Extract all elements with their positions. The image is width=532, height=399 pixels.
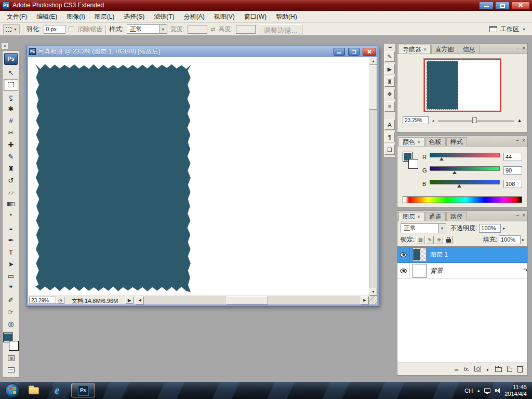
menu-select[interactable]: 选择(S) xyxy=(119,11,149,23)
vertical-scroll-track[interactable] xyxy=(369,65,377,288)
toolbox-collapse-handle[interactable]: » xyxy=(1,43,9,49)
tab-styles[interactable]: 样式 xyxy=(446,137,467,146)
background-color-swatch[interactable] xyxy=(408,159,418,169)
language-indicator[interactable]: CH xyxy=(464,388,473,394)
menu-edit[interactable]: 编辑(E) xyxy=(32,11,62,23)
expand-dock-button[interactable]: ◂◂ xyxy=(388,45,391,49)
zoom-field[interactable]: 23.29% xyxy=(29,297,56,304)
photoshop-taskbar-button[interactable]: Ps xyxy=(71,383,95,397)
swap-dimensions-icon[interactable]: ⇄ xyxy=(210,26,215,33)
move-tool[interactable]: ↖ xyxy=(4,67,18,79)
channel-slider-thumb[interactable] xyxy=(457,184,461,188)
style-dropdown[interactable]: 正常 ▼ xyxy=(127,24,167,34)
visibility-toggle[interactable] xyxy=(397,247,410,262)
photo-image[interactable] xyxy=(35,63,191,292)
network-icon[interactable] xyxy=(484,388,490,393)
panel-minimize-button[interactable]: − xyxy=(516,138,519,143)
gradient-tool[interactable] xyxy=(4,198,18,210)
maximize-button[interactable] xyxy=(495,2,510,9)
blend-mode-dropdown[interactable]: 正常 ▼ xyxy=(401,223,446,233)
lock-pixels-button[interactable]: ✎ xyxy=(425,236,434,244)
minimize-button[interactable] xyxy=(479,2,494,9)
notes-tool[interactable]: ❞ xyxy=(4,282,18,294)
scroll-right-button[interactable]: ▶ xyxy=(361,296,369,304)
screen-mode-button[interactable] xyxy=(4,364,18,376)
zoom-slider-thumb[interactable] xyxy=(472,117,477,123)
opacity-slider-icon[interactable]: ▸ xyxy=(503,226,505,231)
horizontal-scroll-track[interactable] xyxy=(144,296,361,304)
status-clock-button[interactable]: ◷ xyxy=(56,297,64,304)
navigator-zoom-field[interactable]: 23.29% xyxy=(403,116,429,124)
layer-name[interactable]: 背景 xyxy=(430,267,523,275)
scroll-up-button[interactable]: ▲ xyxy=(369,57,377,65)
tab-navigator[interactable]: 导航器× xyxy=(398,45,431,54)
paragraph-palette-button[interactable]: ¶ xyxy=(384,132,395,142)
tab-channels[interactable]: 通道 xyxy=(425,212,446,221)
doc-close-button[interactable] xyxy=(363,48,376,56)
tab-layers[interactable]: 图层× xyxy=(398,212,424,221)
channel-value-field[interactable]: 108 xyxy=(503,180,522,188)
layer-group-icon[interactable] xyxy=(495,366,502,373)
layer-thumbnail[interactable] xyxy=(413,248,427,262)
tab-close-icon[interactable]: × xyxy=(423,47,427,52)
lock-transparent-button[interactable]: ▨ xyxy=(416,236,424,244)
explorer-taskbar-button[interactable] xyxy=(24,383,43,397)
channel-value-field[interactable]: 44 xyxy=(503,153,522,161)
menu-window[interactable]: 窗口(W) xyxy=(240,11,271,23)
clone-stamp-tool[interactable]: ♜ xyxy=(4,163,18,175)
tab-close-icon[interactable]: × xyxy=(417,139,420,145)
character-palette-button[interactable]: A xyxy=(384,119,395,130)
navigator-viewbox[interactable] xyxy=(424,59,501,112)
styles-palette-button[interactable]: ❖ xyxy=(384,89,395,99)
menu-analysis[interactable]: 分析(A) xyxy=(179,11,209,23)
width-input[interactable] xyxy=(188,25,207,34)
layer-row[interactable]: 图层 1 xyxy=(397,247,527,263)
history-brush-tool[interactable]: ↺ xyxy=(4,175,18,187)
layer-comps-palette-button[interactable]: ❏ xyxy=(384,144,395,155)
channel-slider-b[interactable] xyxy=(430,177,500,191)
palette-well-icon[interactable] xyxy=(489,26,497,32)
healing-brush-tool[interactable]: ✚ xyxy=(4,139,18,151)
vertical-scrollbar[interactable]: ▲ ▼ xyxy=(369,57,377,296)
horizontal-scrollbar[interactable]: ◀ ▶ xyxy=(136,296,377,304)
start-button[interactable] xyxy=(5,383,20,398)
navigator-preview[interactable] xyxy=(423,58,501,112)
document-titlebar[interactable]: Ps 写真相册 @ 23.3% (图层 1, RGB/8) [缩放后] xyxy=(28,46,377,57)
slice-tool[interactable]: ✂ xyxy=(4,127,18,139)
layer-thumbnail[interactable] xyxy=(413,264,427,278)
new-layer-icon[interactable] xyxy=(507,366,512,373)
pen-tool[interactable]: ✒ xyxy=(4,234,18,246)
channel-slider-g[interactable] xyxy=(430,164,500,177)
fill-slider-icon[interactable]: ▸ xyxy=(522,237,524,242)
visibility-toggle[interactable] xyxy=(397,263,410,278)
menu-help[interactable]: 帮助(H) xyxy=(271,11,302,23)
channel-slider-thumb[interactable] xyxy=(453,171,457,174)
navigator-zoom-slider[interactable] xyxy=(438,117,514,124)
brush-tool[interactable]: ✎ xyxy=(4,151,18,163)
shape-tool[interactable]: ▭ xyxy=(4,270,18,282)
menu-file[interactable]: 文件(F) xyxy=(2,11,32,23)
channel-slider-thumb[interactable] xyxy=(440,157,444,161)
menu-image[interactable]: 图像(I) xyxy=(62,11,89,23)
quick-mask-button[interactable] xyxy=(4,352,18,364)
clone-source-palette-button[interactable]: ♜ xyxy=(384,76,395,87)
tool-preset-picker[interactable]: ▼ xyxy=(3,24,20,34)
delete-layer-icon[interactable] xyxy=(517,365,523,374)
layer-name[interactable]: 图层 1 xyxy=(430,250,527,259)
channel-slider-r[interactable] xyxy=(430,150,500,164)
rectangular-marquee-tool[interactable] xyxy=(4,79,18,91)
background-color-swatch[interactable] xyxy=(9,341,19,351)
dodge-tool[interactable]: ◒ xyxy=(4,222,18,234)
zoom-in-icon[interactable]: ▲ xyxy=(517,117,522,123)
tab-info[interactable]: 信息 xyxy=(459,45,480,54)
ie-taskbar-button[interactable]: e xyxy=(48,383,66,397)
crop-tool[interactable]: # xyxy=(4,115,18,127)
hand-tool[interactable]: ☞ xyxy=(4,306,18,318)
path-selection-tool[interactable]: ➤ xyxy=(4,258,18,270)
fill-field[interactable]: 100% xyxy=(499,235,521,244)
vertical-scroll-thumb[interactable] xyxy=(369,65,377,110)
menu-view[interactable]: 视图(V) xyxy=(209,11,240,23)
clock[interactable]: 11:45 2014/4/4 xyxy=(504,384,527,397)
close-button[interactable] xyxy=(511,2,530,9)
panel-close-button[interactable]: × xyxy=(522,212,525,218)
